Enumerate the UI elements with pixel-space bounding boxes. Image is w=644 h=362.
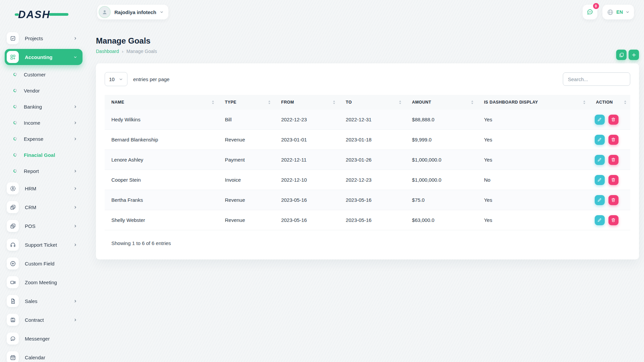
entries-per-page-value: 10 bbox=[109, 76, 115, 82]
delete-button[interactable] bbox=[608, 135, 619, 145]
edit-button[interactable] bbox=[595, 195, 605, 205]
delete-button[interactable] bbox=[608, 115, 619, 125]
table-row-lenore-ashley: Lenore Ashley Payment 2022-12-11 2023-01… bbox=[105, 150, 630, 170]
sort-icon bbox=[624, 101, 626, 104]
cell-name: Cooper Stein bbox=[105, 177, 218, 183]
sidebar-item-support-ticket[interactable]: Support Ticket bbox=[5, 237, 83, 253]
cell-name: Bernard Blankenship bbox=[105, 137, 218, 142]
cell-dashboard-display: Yes bbox=[477, 117, 589, 122]
column-header-type[interactable]: TYPE bbox=[218, 100, 274, 105]
sidebar-item-banking[interactable]: Banking bbox=[5, 100, 83, 113]
sidebar-item-custom-field[interactable]: Custom Field bbox=[5, 255, 83, 272]
goals-table: NAME TYPE FROM TO bbox=[105, 95, 630, 251]
delete-button[interactable] bbox=[608, 195, 619, 205]
entries-per-page-select[interactable]: 10 bbox=[105, 72, 127, 86]
edit-button[interactable] bbox=[595, 115, 605, 125]
sidebar-item-pos[interactable]: POS bbox=[5, 218, 83, 234]
delete-button[interactable] bbox=[608, 215, 619, 225]
sidebar-item-label: Banking bbox=[24, 104, 42, 110]
sort-icon bbox=[471, 101, 473, 104]
delete-button[interactable] bbox=[608, 155, 619, 165]
search-input[interactable] bbox=[563, 72, 630, 86]
sidebar-item-label: HRM bbox=[25, 186, 36, 191]
cell-dashboard-display: Yes bbox=[477, 197, 589, 203]
column-header-label: NAME bbox=[111, 100, 124, 105]
user-scan-icon bbox=[7, 182, 19, 194]
person-icon bbox=[101, 9, 108, 15]
chevron-down-icon bbox=[73, 55, 77, 59]
cell-type: Revenue bbox=[218, 217, 274, 223]
grid-icon bbox=[7, 51, 19, 63]
add-goal-button[interactable] bbox=[629, 50, 639, 60]
edit-button[interactable] bbox=[595, 155, 605, 165]
cell-name: Shelly Webster bbox=[105, 217, 218, 223]
sidebar-item-income[interactable]: Income bbox=[5, 116, 83, 129]
edit-button[interactable] bbox=[595, 175, 605, 185]
bullet-icon bbox=[13, 121, 17, 125]
cell-action bbox=[589, 155, 630, 165]
sidebar-item-customer[interactable]: Customer bbox=[5, 68, 83, 81]
column-header-name[interactable]: NAME bbox=[105, 100, 218, 105]
sidebar-item-projects[interactable]: Projects bbox=[5, 30, 83, 46]
cell-name: Bertha Franks bbox=[105, 197, 218, 203]
sidebar-item-contract[interactable]: Contract bbox=[5, 312, 83, 328]
sidebar-item-calendar[interactable]: Calendar bbox=[5, 349, 83, 362]
sidebar-item-hrm[interactable]: HRM bbox=[5, 180, 83, 196]
sidebar-item-vendor[interactable]: Vendor bbox=[5, 84, 83, 97]
sidebar-item-finacial-goal[interactable]: Finacial Goal bbox=[5, 148, 83, 162]
logo-text: DASH bbox=[18, 9, 50, 20]
language-selector[interactable]: EN bbox=[602, 5, 634, 19]
sidebar-item-zoom-meeting[interactable]: Zoom Meeting bbox=[5, 274, 83, 290]
column-header-is-dashboard-display[interactable]: IS DASHBOARD DISPLAY bbox=[477, 100, 589, 105]
cell-dashboard-display: Yes bbox=[477, 157, 589, 163]
cell-from: 2023-01-01 bbox=[274, 137, 339, 142]
sidebar-item-report[interactable]: Report bbox=[5, 164, 83, 178]
cell-name: Hedy Wilkins bbox=[105, 117, 218, 122]
edit-button[interactable] bbox=[595, 135, 605, 145]
cell-from: 2022-12-23 bbox=[274, 117, 339, 122]
sidebar-item-label: Calendar bbox=[25, 355, 45, 360]
cell-amount: $75.0 bbox=[405, 197, 477, 203]
column-header-amount[interactable]: AMOUNT bbox=[405, 100, 477, 105]
cell-from: 2022-12-10 bbox=[274, 177, 339, 183]
notifications-button[interactable]: 0 bbox=[583, 5, 597, 19]
chat-notification-icon bbox=[586, 8, 594, 16]
sidebar-item-label: Vendor bbox=[24, 88, 40, 94]
sort-icon bbox=[333, 101, 335, 104]
calendar-icon bbox=[7, 351, 19, 362]
save-icon bbox=[7, 314, 19, 326]
sort-icon bbox=[268, 101, 270, 104]
breadcrumb-dashboard-link[interactable]: Dashboard bbox=[96, 49, 119, 54]
page-head: Manage Goals Dashboard › Manage Goals bbox=[96, 36, 639, 54]
column-header-action[interactable]: ACTION bbox=[589, 100, 630, 105]
bullet-icon bbox=[13, 169, 17, 173]
edit-button[interactable] bbox=[595, 215, 605, 225]
cell-name: Lenore Ashley bbox=[105, 157, 218, 163]
sidebar-item-label: CRM bbox=[25, 204, 36, 210]
sidebar-item-label: Sales bbox=[25, 298, 38, 304]
sidebar-item-expense[interactable]: Expense bbox=[5, 132, 83, 145]
cell-action bbox=[589, 135, 630, 145]
plus-icon bbox=[631, 52, 637, 58]
column-header-from[interactable]: FROM bbox=[274, 100, 339, 105]
chevron-down-icon bbox=[119, 77, 123, 81]
sidebar-item-accounting[interactable]: Accounting bbox=[5, 49, 83, 65]
delete-button[interactable] bbox=[608, 175, 619, 185]
sidebar-item-messenger[interactable]: Messenger bbox=[5, 330, 83, 347]
video-icon bbox=[7, 276, 19, 288]
table-header-row: NAME TYPE FROM TO bbox=[105, 95, 630, 110]
export-button[interactable] bbox=[616, 50, 627, 60]
sidebar-item-label: Messenger bbox=[25, 336, 50, 342]
sidebar-item-sales[interactable]: Sales bbox=[5, 293, 83, 309]
company-switcher[interactable]: Rajodiya infotech bbox=[97, 5, 168, 19]
bullet-icon bbox=[13, 88, 17, 93]
pencil-icon bbox=[597, 197, 602, 202]
cell-amount: $1,000,000.0 bbox=[405, 157, 477, 163]
column-header-to[interactable]: TO bbox=[339, 100, 405, 105]
company-name: Rajodiya infotech bbox=[114, 9, 156, 15]
sidebar-item-crm[interactable]: CRM bbox=[5, 199, 83, 215]
tasks-icon bbox=[7, 32, 19, 44]
pencil-icon bbox=[597, 218, 602, 223]
column-header-label: IS DASHBOARD DISPLAY bbox=[484, 100, 538, 105]
column-header-label: ACTION bbox=[596, 100, 613, 105]
